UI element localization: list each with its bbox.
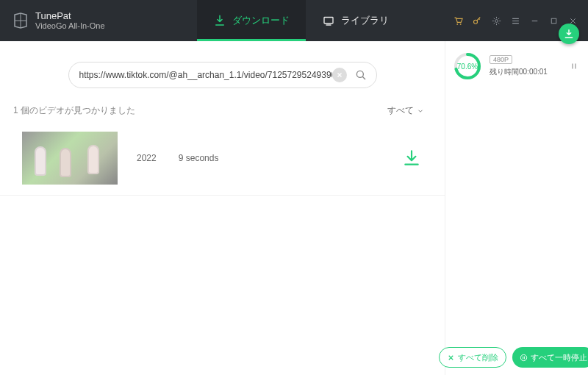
main-panel: 1 個のビデオが見つかりました すべて 2022 9 seconds: [0, 41, 445, 375]
menu-icon[interactable]: [509, 14, 522, 27]
svg-point-2: [459, 23, 461, 24]
key-icon[interactable]: [470, 14, 484, 27]
side-panel: 70.6% 480P 残り時間00:00:01 すべて削除 すべて一時停止: [445, 41, 588, 375]
tab-download[interactable]: ダウンロード: [197, 0, 306, 41]
pause-circle-icon: [520, 354, 528, 362]
remaining-time: 残り時間00:00:01: [490, 67, 560, 77]
brand-name: TunePat: [35, 11, 105, 21]
result-row: 2022 9 seconds: [0, 121, 445, 196]
svg-point-4: [495, 19, 498, 22]
filter-dropdown[interactable]: すべて: [387, 104, 424, 117]
search-button[interactable]: [350, 64, 372, 86]
nav-tabs: ダウンロード ライブラリ: [197, 0, 405, 41]
svg-point-9: [520, 354, 526, 360]
svg-point-3: [473, 20, 477, 24]
library-icon: [322, 14, 335, 27]
app-logo: TunePat VideoGo All-In-One: [0, 0, 197, 41]
download-icon: [402, 149, 421, 168]
pause-all-button[interactable]: すべて一時停止: [512, 347, 588, 368]
clear-input-button[interactable]: [332, 68, 347, 82]
close-icon: [336, 71, 343, 79]
download-item-button[interactable]: [399, 146, 424, 171]
video-thumbnail: [22, 132, 118, 185]
pause-task-button[interactable]: [567, 60, 581, 73]
svg-point-6: [356, 71, 363, 77]
download-arrow-icon: [563, 28, 575, 40]
video-duration: 9 seconds: [179, 153, 219, 163]
close-icon: [447, 354, 455, 362]
download-task: 70.6% 480P 残り時間00:00:01: [445, 41, 588, 91]
results-count: 1 個のビデオが見つかりました: [13, 104, 135, 117]
video-year: 2022: [137, 153, 157, 163]
svg-point-1: [456, 23, 458, 24]
svg-rect-5: [551, 18, 556, 24]
tab-library-label: ライブラリ: [341, 14, 389, 27]
chevron-down-icon: [417, 107, 424, 115]
progress-percent: 70.6%: [453, 51, 482, 81]
svg-rect-0: [324, 18, 333, 24]
filter-label: すべて: [387, 104, 414, 117]
progress-ring: 70.6%: [453, 51, 482, 81]
search-box: [68, 62, 377, 88]
minimize-button[interactable]: [528, 14, 541, 27]
pause-all-label: すべて一時停止: [531, 352, 587, 363]
title-bar: TunePat VideoGo All-In-One ダウンロード ライブラリ: [0, 0, 588, 41]
search-icon: [354, 68, 368, 82]
delete-all-label: すべて削除: [458, 352, 498, 363]
downloads-fab[interactable]: [559, 24, 579, 44]
cart-icon[interactable]: [451, 14, 465, 27]
tab-library[interactable]: ライブラリ: [306, 0, 405, 41]
delete-all-button[interactable]: すべて削除: [439, 347, 506, 368]
brand-subtitle: VideoGo All-In-One: [35, 21, 105, 30]
settings-icon[interactable]: [490, 14, 503, 27]
download-icon: [213, 14, 226, 27]
tab-download-label: ダウンロード: [232, 14, 290, 27]
quality-badge: 480P: [490, 55, 512, 64]
maximize-button[interactable]: [547, 14, 560, 27]
logo-icon: [12, 12, 29, 29]
pause-icon: [570, 62, 578, 71]
url-input[interactable]: [79, 70, 332, 80]
